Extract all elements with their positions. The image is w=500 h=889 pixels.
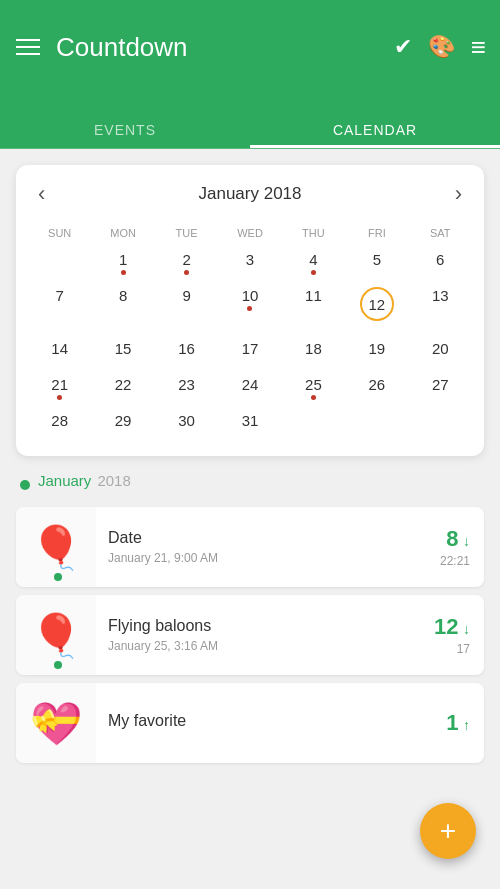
menu-icon[interactable] [16,39,40,55]
event-count-arrow: ↑ [463,717,470,733]
calendar-day[interactable]: 24 [218,372,281,408]
calendar-day[interactable]: 25 [282,372,345,408]
palette-icon[interactable]: 🎨 [428,34,455,60]
calendar-day[interactable]: 9 [155,283,218,336]
calendar-days: 1234567891011121314151617181920212223242… [28,247,472,444]
calendar-day[interactable]: 29 [91,408,154,444]
event-count-arrow: ↓ [463,621,470,637]
event-info: Flying baloons January 25, 3:16 AM [96,607,420,663]
calendar-day[interactable]: 17 [218,336,281,372]
app-title: Countdown [56,32,378,63]
calendar-day[interactable]: 5 [345,247,408,283]
section-month-label: January 2018 [38,472,131,489]
weekday-fri: FRI [345,223,408,243]
calendar-weekdays: SUN MON TUE WED THU FRI SAT [28,223,472,243]
event-indicator-dot [54,661,62,669]
tab-bar: EVENTS CALENDAR [0,110,500,149]
weekday-tue: TUE [155,223,218,243]
event-emoji: 🎈 [30,523,82,572]
sort-icon[interactable]: ≡ [471,32,484,63]
event-count: 1 ↑ [446,710,470,736]
tab-events[interactable]: EVENTS [0,110,250,148]
event-count: 12 ↓ [434,614,470,640]
weekday-sat: SAT [409,223,472,243]
event-emoji: 💝 [30,699,82,748]
calendar-prev-button[interactable]: ‹ [28,177,55,211]
event-item-date[interactable]: 🎈 Date January 21, 9:00 AM 8 ↓ 22:21 [16,507,484,587]
event-info: My favorite [96,702,432,744]
event-countdown: 8 ↓ 22:21 [426,516,484,578]
event-item-flying-baloons[interactable]: 🎈 Flying baloons January 25, 3:16 AM 12 … [16,595,484,675]
add-event-fab[interactable]: + [420,803,476,859]
weekday-sun: SUN [28,223,91,243]
calendar-day[interactable]: 26 [345,372,408,408]
calendar-day[interactable]: 10 [218,283,281,336]
calendar-day[interactable]: 12 [345,283,408,336]
calendar-header: ‹ January 2018 › [28,177,472,211]
calendar-day[interactable]: 15 [91,336,154,372]
calendar-day[interactable]: 31 [218,408,281,444]
calendar-next-button[interactable]: › [445,177,472,211]
event-time: 22:21 [440,554,470,568]
calendar-day[interactable]: 2 [155,247,218,283]
weekday-wed: WED [218,223,281,243]
tab-calendar[interactable]: CALENDAR [250,110,500,148]
calendar-day[interactable]: 20 [409,336,472,372]
event-count-num: 1 [446,710,458,735]
event-date: January 25, 3:16 AM [108,639,408,653]
event-count: 8 ↓ [440,526,470,552]
event-thumbnail: 💝 [16,683,96,763]
calendar-month-title: January 2018 [198,184,301,204]
event-date: January 21, 9:00 AM [108,551,414,565]
calendar-day[interactable]: 6 [409,247,472,283]
calendar-day[interactable]: 23 [155,372,218,408]
calendar-day[interactable]: 4 [282,247,345,283]
calendar-day[interactable]: 3 [218,247,281,283]
calendar-day[interactable]: 13 [409,283,472,336]
calendar-day[interactable]: 22 [91,372,154,408]
weekday-mon: MON [91,223,154,243]
event-count-num: 8 [446,526,458,551]
event-countdown: 1 ↑ [432,700,484,746]
event-emoji: 🎈 [30,611,82,660]
calendar-grid: SUN MON TUE WED THU FRI SAT 123456789101… [28,223,472,444]
event-list: 🎈 Date January 21, 9:00 AM 8 ↓ 22:21 🎈 F… [16,507,484,771]
calendar-day[interactable]: 11 [282,283,345,336]
event-title: Flying baloons [108,617,408,635]
event-indicator-dot [54,573,62,581]
event-title: Date [108,529,414,547]
calendar-day[interactable]: 27 [409,372,472,408]
calendar-day[interactable]: 18 [282,336,345,372]
calendar-day[interactable]: 19 [345,336,408,372]
calendar-day[interactable]: 16 [155,336,218,372]
calendar-day [28,247,91,283]
event-count-arrow: ↓ [463,533,470,549]
event-countdown: 12 ↓ 17 [420,604,484,666]
event-title: My favorite [108,712,420,730]
event-count-num: 12 [434,614,458,639]
calendar-day[interactable]: 8 [91,283,154,336]
event-time: 17 [434,642,470,656]
event-item-my-favorite[interactable]: 💝 My favorite 1 ↑ [16,683,484,763]
calendar-card: ‹ January 2018 › SUN MON TUE WED THU FRI… [16,165,484,456]
calendar-day[interactable]: 28 [28,408,91,444]
calendar-day[interactable]: 7 [28,283,91,336]
header: Countdown ✔ 🎨 ≡ [0,0,500,110]
calendar-day[interactable]: 1 [91,247,154,283]
event-info: Date January 21, 9:00 AM [96,519,426,575]
weekday-thu: THU [282,223,345,243]
events-section: January 2018 🎈 Date January 21, 9:00 AM … [0,472,500,771]
calendar-day[interactable]: 30 [155,408,218,444]
calendar-day[interactable]: 21 [28,372,91,408]
calendar-day[interactable]: 14 [28,336,91,372]
check-icon[interactable]: ✔ [394,34,412,60]
